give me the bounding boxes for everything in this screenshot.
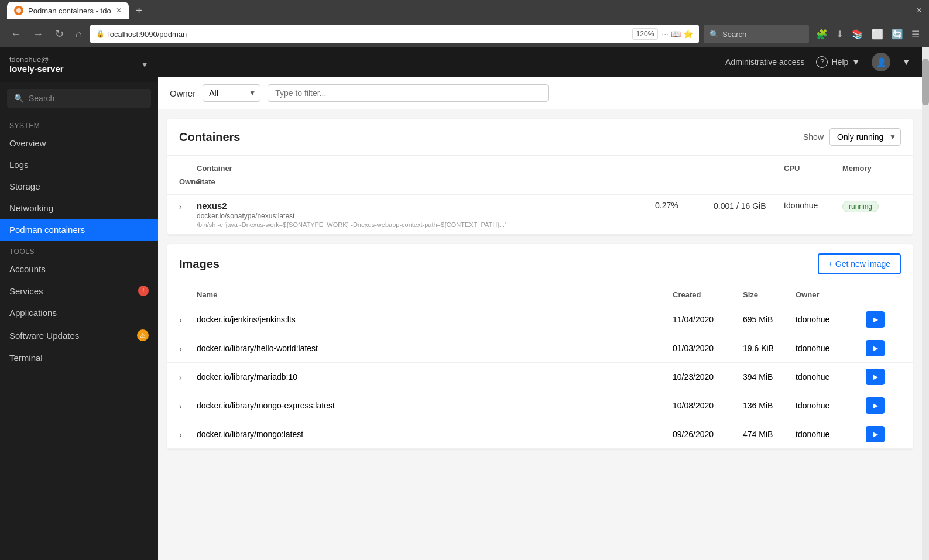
sidebar-item-label: Services [9, 286, 43, 296]
show-label: Show [803, 132, 824, 142]
container-owner: tdonohue [784, 201, 842, 210]
sidebar-item-storage[interactable]: Storage [0, 176, 158, 197]
show-control: Show Only running All ▼ [803, 128, 901, 146]
sync-icon[interactable]: 🔄 [889, 26, 906, 42]
state-badge: running [842, 201, 879, 212]
img-col-name: Name [197, 290, 673, 299]
sidebar-item-terminal[interactable]: Terminal [0, 347, 158, 369]
sidebar-username: tdonohue@ [9, 55, 64, 64]
sidebar-item-networking[interactable]: Networking [0, 197, 158, 219]
warning-badge: ⚠ [137, 329, 149, 341]
sidebar-item-badge: ! [138, 286, 149, 296]
col-state: State [197, 175, 655, 188]
browser-tab[interactable]: Podman containers - tdo ✕ [7, 2, 129, 19]
scrollable-content: Containers Show Only running All ▼ [158, 109, 922, 560]
sidebar-item-label: Software Updates [9, 331, 79, 341]
reload-button[interactable]: ↻ [52, 25, 67, 43]
run-image-button[interactable]: ▶ [866, 369, 885, 385]
lock-icon: 🔒 [96, 30, 105, 38]
more-options-icon[interactable]: ··· [661, 29, 669, 39]
filter-input[interactable] [268, 84, 549, 102]
browser-search-label: Search [722, 30, 746, 39]
run-image-button[interactable]: ▶ [866, 397, 885, 414]
close-window-button[interactable]: × [917, 5, 922, 16]
container-row: › nexus2 docker.io/sonatype/nexus:latest… [167, 195, 913, 235]
sidebar-server: lovely-server [9, 64, 64, 74]
container-image: docker.io/sonatype/nexus:latest [197, 212, 655, 220]
expand-arrow-icon[interactable]: › [179, 314, 197, 325]
images-section-title: Images [179, 257, 220, 271]
sidebar-item-overview[interactable]: Overview [0, 132, 158, 154]
filter-bar: Owner All tdonohue root ▼ [158, 77, 922, 109]
scrollbar-thumb[interactable] [922, 59, 929, 105]
show-dropdown[interactable]: Only running All [829, 128, 901, 146]
img-col-created: Created [673, 290, 743, 299]
user-avatar[interactable]: 👤 [872, 53, 890, 71]
zoom-level: 120% [632, 28, 659, 40]
browser-search[interactable]: 🔍 Search [704, 25, 809, 43]
scrollbar-track[interactable] [922, 47, 929, 560]
containers-icon[interactable]: ⬜ [869, 26, 886, 42]
sidebar-item-label: Overview [9, 138, 46, 148]
tools-section-label: Tools [0, 241, 158, 258]
containers-section-title: Containers [179, 130, 240, 144]
tab-close-button[interactable]: ✕ [116, 6, 122, 15]
expand-arrow-icon[interactable]: › [179, 429, 197, 439]
search-icon: 🔍 [709, 30, 719, 39]
expand-arrow-icon[interactable]: › [179, 400, 197, 411]
user-menu-arrow[interactable]: ▼ [902, 57, 910, 67]
back-button[interactable]: ← [7, 26, 25, 43]
admin-access-label: Administrative access [725, 57, 804, 67]
sidebar-item-services[interactable]: Services ! [0, 280, 158, 302]
image-owner: tdonohue [796, 372, 866, 382]
sidebar-expand-icon[interactable]: ▼ [140, 60, 149, 69]
extensions-icon[interactable]: 🧩 [814, 26, 830, 42]
sidebar-user-info: tdonohue@ lovely-server [9, 55, 64, 74]
sidebar-item-applications[interactable]: Applications [0, 302, 158, 324]
bookmark-icon[interactable]: ⭐ [683, 29, 693, 39]
menu-icon[interactable]: ☰ [909, 26, 922, 42]
owner-filter-select[interactable]: All tdonohue root [203, 84, 260, 102]
tab-favicon [14, 6, 23, 15]
url-display: localhost:9090/podman [108, 30, 629, 39]
sidebar-item-podman[interactable]: Podman containers [0, 219, 158, 241]
bookmarks-icon[interactable]: 📚 [849, 26, 866, 42]
forward-button[interactable]: → [29, 26, 47, 43]
sidebar-item-badge: ⚠ [137, 329, 149, 341]
downloads-icon[interactable]: ⬇ [834, 26, 846, 42]
sidebar-header[interactable]: tdonohue@ lovely-server ▼ [0, 47, 158, 82]
sidebar-item-logs[interactable]: Logs [0, 154, 158, 176]
home-button[interactable]: ⌂ [72, 26, 85, 43]
image-created: 11/04/2020 [673, 315, 743, 324]
svg-point-0 [16, 8, 21, 13]
image-name: docker.io/jenkins/jenkins:lts [197, 315, 673, 324]
sidebar-search-label: Search [29, 94, 54, 103]
help-icon: ? [816, 56, 828, 68]
image-size: 19.6 KiB [743, 343, 796, 353]
image-row: › docker.io/library/hello-world:latest 0… [167, 334, 913, 363]
run-image-button[interactable]: ▶ [866, 426, 885, 442]
expand-arrow-icon[interactable]: › [179, 201, 197, 211]
run-image-button[interactable]: ▶ [866, 311, 885, 328]
run-image-button[interactable]: ▶ [866, 340, 885, 356]
col-memory: Memory [842, 162, 901, 175]
sidebar-item-label: Storage [9, 181, 40, 191]
image-owner: tdonohue [796, 430, 866, 439]
get-new-image-button[interactable]: + Get new image [818, 253, 901, 274]
reader-view-icon[interactable]: 📖 [671, 29, 681, 39]
help-button[interactable]: ? Help ▼ [816, 56, 860, 68]
col-expand [179, 162, 197, 175]
sidebar-search[interactable]: 🔍 Search [7, 89, 151, 108]
address-bar[interactable]: 🔒 localhost:9090/podman 120% ··· 📖 ⭐ [90, 25, 699, 43]
container-state: running [842, 201, 901, 212]
sidebar-item-label: Networking [9, 203, 53, 213]
expand-arrow-icon[interactable]: › [179, 343, 197, 353]
new-tab-button[interactable]: + [136, 4, 143, 18]
expand-arrow-icon[interactable]: › [179, 372, 197, 382]
image-size: 394 MiB [743, 372, 796, 382]
sidebar-item-label: Podman containers [9, 225, 85, 235]
sidebar-item-label: Accounts [9, 264, 46, 274]
sidebar-item-software-updates[interactable]: Software Updates ⚠ [0, 324, 158, 347]
sidebar-item-accounts[interactable]: Accounts [0, 258, 158, 280]
container-name: nexus2 [197, 201, 655, 211]
